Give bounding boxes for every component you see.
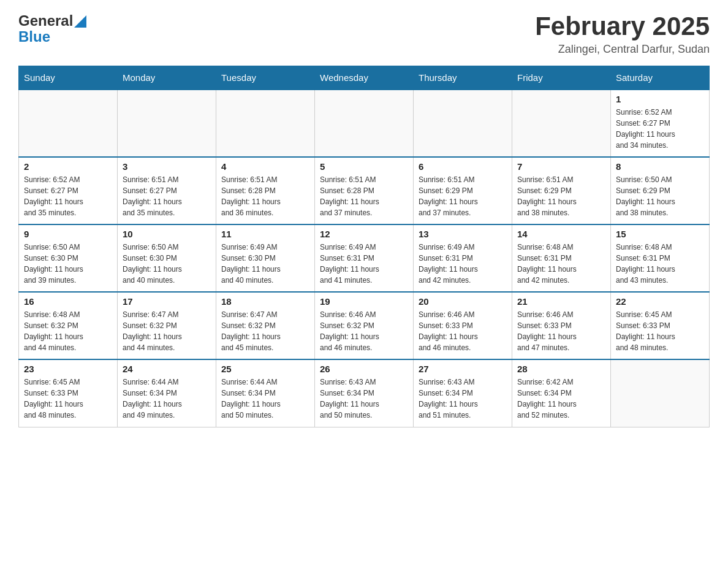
calendar-cell: 16Sunrise: 6:48 AM Sunset: 6:32 PM Dayli…: [19, 292, 118, 359]
calendar-cell: 17Sunrise: 6:47 AM Sunset: 6:32 PM Dayli…: [118, 292, 216, 359]
day-number: 27: [419, 364, 507, 374]
calendar-header-monday: Monday: [118, 66, 216, 90]
day-info: Sunrise: 6:48 AM Sunset: 6:31 PM Dayligh…: [517, 242, 605, 286]
calendar-week-row: 9Sunrise: 6:50 AM Sunset: 6:30 PM Daylig…: [19, 224, 710, 292]
day-number: 2: [24, 161, 112, 172]
logo-general-text: General: [18, 12, 73, 29]
calendar-week-row: 23Sunrise: 6:45 AM Sunset: 6:33 PM Dayli…: [19, 359, 710, 427]
day-number: 7: [517, 161, 605, 172]
calendar-cell: 11Sunrise: 6:49 AM Sunset: 6:30 PM Dayli…: [216, 224, 315, 292]
calendar-cell: 22Sunrise: 6:45 AM Sunset: 6:33 PM Dayli…: [611, 292, 710, 359]
day-info: Sunrise: 6:46 AM Sunset: 6:33 PM Dayligh…: [419, 309, 507, 353]
day-info: Sunrise: 6:50 AM Sunset: 6:29 PM Dayligh…: [616, 174, 704, 218]
day-info: Sunrise: 6:45 AM Sunset: 6:33 PM Dayligh…: [24, 377, 112, 421]
calendar-cell: 7Sunrise: 6:51 AM Sunset: 6:29 PM Daylig…: [512, 157, 611, 224]
day-number: 10: [123, 229, 211, 239]
day-info: Sunrise: 6:44 AM Sunset: 6:34 PM Dayligh…: [221, 377, 309, 421]
day-info: Sunrise: 6:48 AM Sunset: 6:31 PM Dayligh…: [616, 242, 704, 286]
calendar-cell: [611, 359, 710, 427]
calendar-header-sunday: Sunday: [19, 66, 118, 90]
calendar-cell: [512, 90, 611, 157]
calendar-cell: 19Sunrise: 6:46 AM Sunset: 6:32 PM Dayli…: [315, 292, 414, 359]
svg-marker-0: [74, 15, 86, 28]
day-info: Sunrise: 6:49 AM Sunset: 6:31 PM Dayligh…: [320, 242, 408, 286]
calendar-cell: 6Sunrise: 6:51 AM Sunset: 6:29 PM Daylig…: [414, 157, 512, 224]
calendar-cell: 18Sunrise: 6:47 AM Sunset: 6:32 PM Dayli…: [216, 292, 315, 359]
logo-triangle-icon: [74, 15, 86, 28]
day-number: 20: [419, 296, 507, 307]
day-number: 23: [24, 364, 112, 374]
day-info: Sunrise: 6:51 AM Sunset: 6:29 PM Dayligh…: [517, 174, 605, 218]
logo: General Blue: [18, 12, 86, 45]
calendar-cell: 25Sunrise: 6:44 AM Sunset: 6:34 PM Dayli…: [216, 359, 315, 427]
calendar-header-saturday: Saturday: [611, 66, 710, 90]
day-info: Sunrise: 6:51 AM Sunset: 6:27 PM Dayligh…: [123, 174, 211, 218]
calendar-cell: 24Sunrise: 6:44 AM Sunset: 6:34 PM Dayli…: [118, 359, 216, 427]
day-info: Sunrise: 6:48 AM Sunset: 6:32 PM Dayligh…: [24, 309, 112, 353]
day-number: 22: [616, 296, 704, 307]
calendar-cell: 2Sunrise: 6:52 AM Sunset: 6:27 PM Daylig…: [19, 157, 118, 224]
day-number: 8: [616, 161, 704, 172]
day-info: Sunrise: 6:49 AM Sunset: 6:30 PM Dayligh…: [221, 242, 309, 286]
day-info: Sunrise: 6:43 AM Sunset: 6:34 PM Dayligh…: [320, 377, 408, 421]
calendar-cell: [315, 90, 414, 157]
calendar-cell: [216, 90, 315, 157]
day-number: 21: [517, 296, 605, 307]
calendar-cell: [414, 90, 512, 157]
day-info: Sunrise: 6:45 AM Sunset: 6:33 PM Dayligh…: [616, 309, 704, 353]
logo-blue-text: Blue: [18, 28, 86, 45]
day-info: Sunrise: 6:52 AM Sunset: 6:27 PM Dayligh…: [24, 174, 112, 218]
day-number: 4: [221, 161, 309, 172]
day-info: Sunrise: 6:50 AM Sunset: 6:30 PM Dayligh…: [24, 242, 112, 286]
day-number: 18: [221, 296, 309, 307]
calendar-cell: 28Sunrise: 6:42 AM Sunset: 6:34 PM Dayli…: [512, 359, 611, 427]
calendar-cell: [118, 90, 216, 157]
day-info: Sunrise: 6:42 AM Sunset: 6:34 PM Dayligh…: [517, 377, 605, 421]
day-info: Sunrise: 6:47 AM Sunset: 6:32 PM Dayligh…: [221, 309, 309, 353]
day-number: 28: [517, 364, 605, 374]
day-number: 12: [320, 229, 408, 239]
day-number: 25: [221, 364, 309, 374]
calendar-cell: [19, 90, 118, 157]
day-number: 1: [616, 94, 704, 104]
day-number: 17: [123, 296, 211, 307]
day-info: Sunrise: 6:46 AM Sunset: 6:33 PM Dayligh…: [517, 309, 605, 353]
day-number: 16: [24, 296, 112, 307]
day-info: Sunrise: 6:47 AM Sunset: 6:32 PM Dayligh…: [123, 309, 211, 353]
calendar-cell: 26Sunrise: 6:43 AM Sunset: 6:34 PM Dayli…: [315, 359, 414, 427]
day-number: 24: [123, 364, 211, 374]
day-number: 3: [123, 161, 211, 172]
day-info: Sunrise: 6:51 AM Sunset: 6:28 PM Dayligh…: [320, 174, 408, 218]
day-info: Sunrise: 6:46 AM Sunset: 6:32 PM Dayligh…: [320, 309, 408, 353]
calendar-cell: 3Sunrise: 6:51 AM Sunset: 6:27 PM Daylig…: [118, 157, 216, 224]
day-info: Sunrise: 6:44 AM Sunset: 6:34 PM Dayligh…: [123, 377, 211, 421]
location-title: Zalingei, Central Darfur, Sudan: [535, 43, 710, 56]
calendar-week-row: 2Sunrise: 6:52 AM Sunset: 6:27 PM Daylig…: [19, 157, 710, 224]
calendar-header-tuesday: Tuesday: [216, 66, 315, 90]
calendar-cell: 23Sunrise: 6:45 AM Sunset: 6:33 PM Dayli…: [19, 359, 118, 427]
calendar-cell: 21Sunrise: 6:46 AM Sunset: 6:33 PM Dayli…: [512, 292, 611, 359]
day-number: 11: [221, 229, 309, 239]
day-number: 6: [419, 161, 507, 172]
day-info: Sunrise: 6:51 AM Sunset: 6:29 PM Dayligh…: [419, 174, 507, 218]
calendar-cell: 12Sunrise: 6:49 AM Sunset: 6:31 PM Dayli…: [315, 224, 414, 292]
month-title: February 2025: [535, 12, 710, 40]
calendar-header-wednesday: Wednesday: [315, 66, 414, 90]
calendar-cell: 10Sunrise: 6:50 AM Sunset: 6:30 PM Dayli…: [118, 224, 216, 292]
calendar-cell: 8Sunrise: 6:50 AM Sunset: 6:29 PM Daylig…: [611, 157, 710, 224]
day-number: 26: [320, 364, 408, 374]
day-info: Sunrise: 6:51 AM Sunset: 6:28 PM Dayligh…: [221, 174, 309, 218]
calendar-table: SundayMondayTuesdayWednesdayThursdayFrid…: [18, 66, 710, 427]
calendar-header-friday: Friday: [512, 66, 611, 90]
day-number: 9: [24, 229, 112, 239]
page-header: General Blue February 2025 Zalingei, Cen…: [18, 12, 710, 56]
calendar-week-row: 16Sunrise: 6:48 AM Sunset: 6:32 PM Dayli…: [19, 292, 710, 359]
calendar-cell: 20Sunrise: 6:46 AM Sunset: 6:33 PM Dayli…: [414, 292, 512, 359]
day-number: 13: [419, 229, 507, 239]
calendar-cell: 9Sunrise: 6:50 AM Sunset: 6:30 PM Daylig…: [19, 224, 118, 292]
calendar-cell: 5Sunrise: 6:51 AM Sunset: 6:28 PM Daylig…: [315, 157, 414, 224]
day-info: Sunrise: 6:43 AM Sunset: 6:34 PM Dayligh…: [419, 377, 507, 421]
day-number: 19: [320, 296, 408, 307]
calendar-cell: 4Sunrise: 6:51 AM Sunset: 6:28 PM Daylig…: [216, 157, 315, 224]
day-number: 14: [517, 229, 605, 239]
